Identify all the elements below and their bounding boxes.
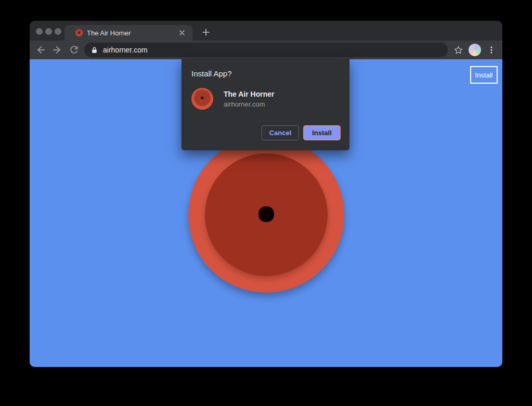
desktop-background: The Air Horner bbox=[0, 0, 532, 406]
tab-strip: The Air Horner bbox=[30, 21, 502, 41]
app-icon bbox=[191, 88, 213, 110]
dialog-title: Install App? bbox=[191, 69, 232, 78]
app-meta: The Air Horner airhorner.com bbox=[224, 90, 275, 108]
airhorner-favicon-icon bbox=[75, 29, 83, 36]
dialog-actions: Cancel Install bbox=[262, 125, 341, 140]
back-icon[interactable] bbox=[34, 44, 47, 56]
app-origin: airhorner.com bbox=[224, 100, 275, 108]
page-install-button[interactable]: Install bbox=[470, 66, 498, 84]
install-button[interactable]: Install bbox=[303, 125, 341, 140]
install-app-dialog: Install App? The Air Horner airhorner.co… bbox=[181, 59, 349, 150]
window-controls bbox=[36, 28, 61, 35]
new-tab-button[interactable] bbox=[201, 28, 211, 37]
navigation-toolbar: airhorner.com bbox=[30, 41, 502, 59]
air-horn-inner-circle bbox=[205, 153, 328, 276]
window-zoom-button[interactable] bbox=[55, 28, 61, 35]
forward-icon[interactable] bbox=[51, 44, 63, 56]
window-minimize-button[interactable] bbox=[45, 28, 52, 35]
lock-icon bbox=[90, 46, 98, 54]
air-horn-button[interactable] bbox=[188, 137, 344, 293]
browser-window: The Air Horner bbox=[30, 21, 502, 367]
window-close-button[interactable] bbox=[36, 28, 43, 35]
tab-close-icon[interactable] bbox=[178, 29, 186, 37]
app-name: The Air Horner bbox=[224, 90, 275, 98]
cancel-button[interactable]: Cancel bbox=[262, 125, 299, 140]
overflow-menu-icon[interactable] bbox=[485, 44, 498, 56]
address-url-text: airhorner.com bbox=[103, 46, 148, 54]
address-bar[interactable]: airhorner.com bbox=[84, 43, 448, 57]
air-horn-center-dot bbox=[258, 206, 274, 222]
bookmark-star-icon[interactable] bbox=[452, 44, 464, 56]
tab-the-air-horner[interactable]: The Air Horner bbox=[64, 25, 192, 41]
app-info-row: The Air Horner airhorner.com bbox=[191, 88, 275, 110]
profile-avatar[interactable] bbox=[469, 44, 481, 56]
tab-title: The Air Horner bbox=[87, 29, 178, 37]
reload-icon[interactable] bbox=[68, 44, 80, 56]
